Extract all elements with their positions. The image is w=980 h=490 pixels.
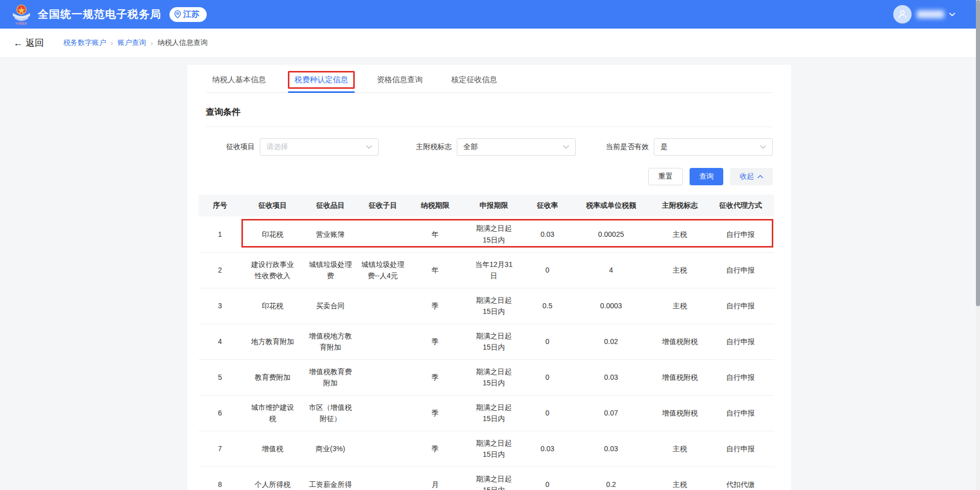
breadcrumb-digital-account[interactable]: 税务数字账户 [63,38,106,47]
user-menu-chevron-icon[interactable] [949,12,955,17]
table-cell: 8 [199,467,241,490]
table-cell: 主税 [653,288,707,324]
table-cell: 自行申报 [706,395,774,431]
table-column-header: 税率或单位税额 [569,194,653,216]
table-cell: 2 [199,252,241,288]
table-column-header: 征收代理方式 [706,194,774,216]
table-column-header: 征收率 [526,194,569,216]
app-title: 全国统一规范电子税务局 [38,7,161,21]
tax-emblem-logo: 中国税务 [11,4,32,25]
table-cell: 增值税附税 [653,359,707,395]
table-row: 3印花税买卖合同季期满之日起 15日内0.50.0003主税自行申报 [199,288,774,324]
table-cell: 代扣代缴 [706,467,774,490]
table-cell: 增值税附税 [653,324,707,359]
table-cell [357,467,408,490]
table-cell: 增值税地方教 育附加 [304,324,357,359]
results-table: 序号征收项目征收品目征收子目纳税期限申报期限征收率税率或单位税额主附税标志征收代… [199,194,774,490]
table-cell: 月 [408,467,462,490]
search-button[interactable]: 查询 [690,168,723,185]
table-cell: 印花税 [241,288,304,324]
select-placeholder: 请选择 [266,142,366,152]
table-cell: 季 [408,395,462,431]
chevron-down-icon [563,145,569,149]
table-cell: 当年12月31 日 [462,252,526,288]
chevron-down-icon [760,145,766,149]
tab-tax-category-info[interactable]: 税费种认定信息 [288,69,355,92]
field-currently-valid: 当前是否有效 是 [600,138,773,156]
field-label: 主附税标志 [403,142,452,152]
back-button[interactable]: ← 返回 [13,37,44,49]
table-cell: 自行申报 [706,359,774,395]
table-cell: 0.0003 [569,288,653,324]
region-badge[interactable]: 江苏 [169,7,207,22]
table-cell: 买卖合同 [304,288,357,324]
table-cell: 期满之日起 15日内 [462,324,526,359]
table-cell: 市区（增值税 附征） [304,395,357,431]
section-divider [206,127,773,127]
select-value: 是 [660,142,760,152]
table-cell: 增值税教育费 附加 [304,359,357,395]
back-label: 返回 [26,37,44,49]
table-cell: 自行申报 [706,252,774,288]
table-cell: 主税 [653,252,707,288]
table-column-header: 征收项目 [241,194,304,216]
table-cell: 城镇垃圾处理 费--人4元 [357,252,408,288]
table-body: 1印花税营业账簿年期满之日起 15日内0.030.00025主税自行申报2建设行… [199,216,774,490]
tab-bar: 纳税人基本信息 税费种认定信息 资格信息查询 核定征收信息 [206,65,773,93]
field-collection-project: 征收项目 请选择 [206,138,379,156]
table-cell: 0.03 [569,431,653,467]
collapse-button[interactable]: 收起 [730,168,773,185]
currently-valid-select[interactable]: 是 [654,138,773,156]
chevron-right-icon: › [111,39,113,47]
query-conditions-title: 查询条件 [206,106,773,118]
collection-project-select[interactable]: 请选择 [260,138,379,156]
chevron-up-icon [757,175,763,179]
table-cell: 商业(3%) [304,431,357,467]
select-value: 全部 [463,142,563,152]
reset-button[interactable]: 重置 [648,168,683,185]
scrollbar-track [976,0,980,490]
table-column-header: 纳税期限 [408,194,462,216]
table-cell: 自行申报 [706,431,774,467]
tab-assessed-collection-info[interactable]: 核定征收信息 [445,69,504,92]
table-cell: 自行申报 [706,324,774,359]
table-cell: 工资薪金所得 [304,467,357,490]
table-cell: 0.02 [569,324,653,359]
username-redacted [917,10,944,18]
table-row: 1印花税营业账簿年期满之日起 15日内0.030.00025主税自行申报 [199,216,774,252]
table-cell: 期满之日起 15日内 [462,216,526,252]
query-actions: 重置 查询 收起 [206,168,773,185]
svg-text:中国税务: 中国税务 [15,22,27,25]
user-avatar[interactable] [893,5,912,23]
table-cell: 0.03 [526,216,569,252]
field-label: 征收项目 [206,142,255,152]
content-card: 纳税人基本信息 税费种认定信息 资格信息查询 核定征收信息 查询条件 征收项目 … [187,65,791,490]
table-cell: 0 [526,467,569,490]
chevron-right-icon: › [151,39,153,47]
table-row: 8个人所得税工资薪金所得月期满之日起 15日内00.2主税代扣代缴 [199,467,774,490]
tab-qualification-info[interactable]: 资格信息查询 [370,69,429,92]
table-cell: 主税 [653,431,707,467]
table-cell: 4 [569,252,653,288]
table-cell: 期满之日起 15日内 [462,288,526,324]
table-cell: 季 [408,431,462,467]
main-surtax-flag-select[interactable]: 全部 [457,138,576,156]
back-arrow-icon: ← [13,38,23,48]
table-column-header: 主附税标志 [653,194,707,216]
table-cell: 地方教育附加 [241,324,304,359]
table-cell [357,395,408,431]
table-cell: 0.2 [569,467,653,490]
tab-taxpayer-basic-info[interactable]: 纳税人基本信息 [206,69,273,92]
table-cell: 自行申报 [706,288,774,324]
table-cell: 建设行政事业 性收费收入 [241,252,304,288]
scrollbar-thumb[interactable] [976,0,980,306]
table-cell [357,431,408,467]
breadcrumb-bar: ← 返回 税务数字账户 › 账户查询 › 纳税人信息查询 [0,29,980,58]
table-cell: 增值税 [241,431,304,467]
table-cell: 5 [199,359,241,395]
table-cell: 7 [199,431,241,467]
breadcrumb-account-query[interactable]: 账户查询 [117,38,146,47]
table-cell: 营业账簿 [304,216,357,252]
table-cell: 主税 [653,216,707,252]
table-cell: 季 [408,359,462,395]
